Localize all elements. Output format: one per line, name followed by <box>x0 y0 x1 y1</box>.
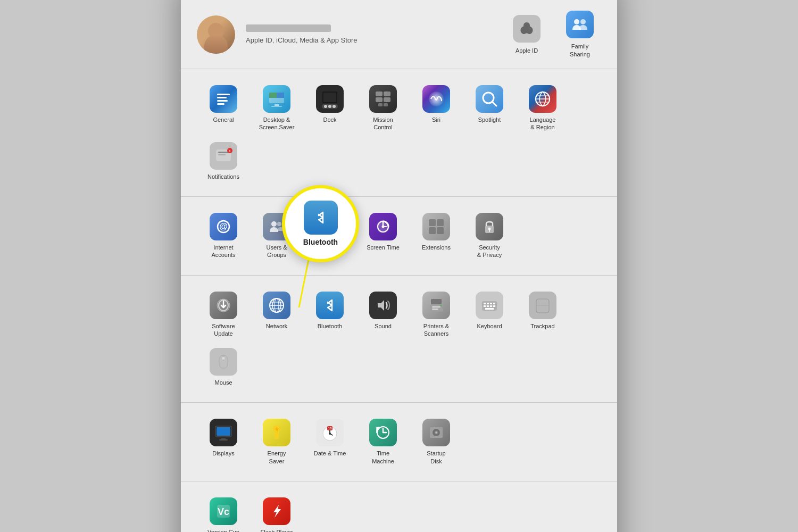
pref-siri[interactable]: Siri <box>410 80 463 137</box>
pref-label-software: SoftwareUpdate <box>212 322 235 338</box>
pref-extensions[interactable]: Extensions <box>410 207 463 264</box>
pref-label-users: Users &Groups <box>266 244 287 259</box>
pref-icon-trackpad <box>529 292 556 319</box>
pref-icon-desktop <box>263 85 290 113</box>
profile-subtitle: Apple ID, iCloud, Media & App Store <box>246 36 358 44</box>
pref-label-security: Security& Privacy <box>477 244 502 259</box>
svg-rect-74 <box>490 305 492 307</box>
svg-rect-77 <box>536 299 549 313</box>
content: Apple ID, iCloud, Media & App Store Appl… <box>181 0 617 532</box>
pref-flash[interactable]: Flash Player <box>250 492 303 532</box>
pref-accessibility[interactable]: Accessibility <box>303 207 356 264</box>
pref-icon-accessibility <box>316 213 344 240</box>
pref-desktop[interactable]: Desktop &Screen Saver <box>250 80 303 137</box>
pref-trackpad[interactable]: Trackpad <box>516 286 569 343</box>
pref-label-timemachine: TimeMachine <box>372 450 394 465</box>
pref-label-trackpad: Trackpad <box>530 322 554 330</box>
pref-versioncue[interactable]: Vc Version CueCS4 <box>197 492 250 532</box>
pref-software[interactable]: SoftwareUpdate <box>197 286 250 343</box>
svg-rect-79 <box>222 357 225 360</box>
svg-rect-9 <box>277 93 284 98</box>
pref-printers[interactable]: Printers &Scanners <box>410 286 463 343</box>
apple-id-button[interactable]: Apple ID <box>505 15 548 54</box>
pref-icon-versioncue: Vc <box>210 497 237 525</box>
svg-rect-22 <box>378 103 383 106</box>
svg-rect-6 <box>217 103 225 105</box>
family-sharing-label: FamilySharing <box>570 43 590 58</box>
pref-icon-siri <box>422 85 450 113</box>
pref-keyboard[interactable]: Keyboard <box>463 286 516 343</box>
pref-datetime[interactable]: 18 Date & Time <box>303 413 356 470</box>
pref-mission[interactable]: MissionControl <box>356 80 410 137</box>
pref-label-screentime: Screen Time <box>367 244 400 251</box>
svg-rect-21 <box>384 97 390 102</box>
avatar <box>197 15 235 54</box>
pref-bluetooth[interactable]: Bluetooth <box>303 286 356 343</box>
svg-rect-48 <box>437 219 444 226</box>
svg-rect-75 <box>493 305 495 307</box>
pref-dock[interactable]: Dock <box>303 80 356 137</box>
svg-rect-85 <box>275 431 279 439</box>
pref-energy[interactable]: EnergySaver <box>250 413 303 470</box>
pref-timemachine[interactable]: TimeMachine <box>356 413 410 470</box>
svg-rect-30 <box>218 152 229 153</box>
pref-label-startup: StartupDisk <box>427 450 445 465</box>
profile-icons: Apple ID FamilySharing <box>505 11 601 58</box>
svg-rect-23 <box>384 103 388 106</box>
pref-label-notifications: Notifications <box>207 173 239 180</box>
pref-icon-energy <box>263 419 290 446</box>
pref-sound[interactable]: Sound <box>356 286 410 343</box>
svg-rect-50 <box>437 227 444 234</box>
pref-label-datetime: Date & Time <box>314 450 346 457</box>
pref-internet[interactable]: @ InternetAccounts <box>197 207 250 264</box>
svg-point-2 <box>580 19 586 24</box>
svg-point-15 <box>324 105 327 108</box>
pref-notifications[interactable]: 1 Notifications <box>197 137 250 186</box>
pref-label-network: Network <box>266 322 287 330</box>
pref-security[interactable]: Security& Privacy <box>463 207 516 264</box>
pref-language[interactable]: Language& Region <box>516 80 569 137</box>
pref-icon-screentime <box>369 213 397 240</box>
pref-label-mission: MissionControl <box>373 116 393 131</box>
svg-point-17 <box>332 105 336 108</box>
svg-point-96 <box>436 432 437 434</box>
svg-rect-49 <box>429 227 436 234</box>
pref-icon-network <box>263 292 290 319</box>
pref-startup[interactable]: StartupDisk <box>410 413 463 470</box>
system-preferences-window: ‹ › System Preferences 🔍 Apple ID <box>181 0 617 532</box>
family-sharing-button[interactable]: FamilySharing <box>559 11 601 58</box>
svg-rect-73 <box>487 305 489 307</box>
pref-label-displays: Displays <box>212 450 235 457</box>
display-icons-grid: Displays EnergySaver <box>197 413 601 470</box>
pref-icon-spotlight <box>476 85 503 113</box>
svg-text:Vc: Vc <box>218 506 229 517</box>
profile-info: Apple ID, iCloud, Media & App Store <box>246 24 358 44</box>
pref-displays[interactable]: Displays <box>197 413 250 470</box>
pref-network[interactable]: Network <box>250 286 303 343</box>
pref-icon-mouse <box>210 348 237 376</box>
section-hardware: SoftwareUpdate Network <box>181 276 617 403</box>
pref-general[interactable]: General <box>197 80 250 137</box>
pref-label-dock: Dock <box>323 116 336 123</box>
svg-rect-76 <box>485 308 494 310</box>
pref-spotlight[interactable]: Spotlight <box>463 80 516 137</box>
pref-mouse[interactable]: Mouse <box>197 343 250 392</box>
pref-users[interactable]: Users &Groups <box>250 207 303 264</box>
svg-rect-13 <box>323 93 336 102</box>
pref-screentime[interactable]: Screen Time <box>356 207 410 264</box>
pref-icon-extensions <box>422 213 450 240</box>
svg-rect-64 <box>432 306 440 307</box>
svg-rect-18 <box>376 92 383 96</box>
svg-rect-71 <box>493 303 495 304</box>
svg-rect-10 <box>275 104 279 106</box>
svg-point-37 <box>277 222 281 226</box>
personal-icons-grid: General Desktop &Screen Saver <box>197 80 601 186</box>
pref-icon-sound <box>369 292 397 319</box>
pref-label-language: Language& Region <box>530 116 556 131</box>
svg-point-0 <box>525 23 528 26</box>
svg-point-1 <box>574 19 579 24</box>
section-accounts: @ InternetAccounts Us <box>181 197 617 276</box>
section-personal: General Desktop &Screen Saver <box>181 69 617 197</box>
section-other: Vc Version CueCS4 Flash Player <box>181 481 617 532</box>
svg-rect-69 <box>487 303 489 304</box>
